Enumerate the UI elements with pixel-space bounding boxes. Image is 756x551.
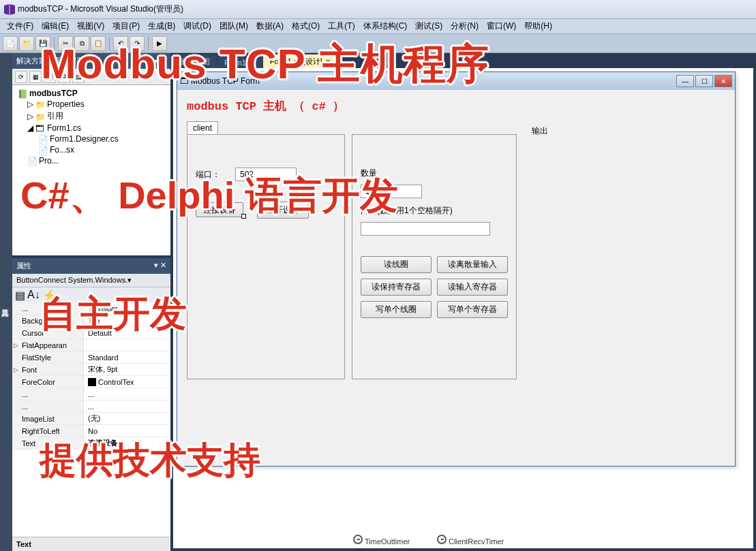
form-body: modbus TCP 主机 （ c# ） client 输出 端口： 连接设备 … [177,90,735,466]
file-icon: 📄 [38,146,48,154]
refresh-icon[interactable]: ⟳ [15,71,27,83]
port-input[interactable] [235,168,297,181]
prop-row[interactable]: RightToLeftNo [12,425,170,437]
prop-row[interactable]: Text连接设备 [12,437,170,450]
categorized-icon[interactable]: ▤ [15,289,25,302]
close-button[interactable]: ✕ [714,75,732,87]
properties-node[interactable]: ▷📁Properties [15,99,168,110]
content-input[interactable] [361,222,490,236]
tab-close-icon[interactable]: ✕ [325,58,331,65]
read-coil-button[interactable]: 读线圈 [361,256,432,273]
project-node[interactable]: 📗 modbusTCP [15,88,168,99]
menu-project[interactable]: 项目(P) [108,19,144,33]
window-titlebar: modbusTCP - Microsoft Visual Studio(管理员) [0,0,756,19]
csharp-icon: 📄 [38,135,48,143]
menu-debug[interactable]: 调试(D) [179,19,215,33]
designed-form[interactable]: 🗔 Modbus TCP Form — ☐ ✕ modbus TCP 主机 （ … [177,72,736,467]
close-icon[interactable]: ▾ ✕ [153,57,166,66]
write-register-button[interactable]: 写单个寄存器 [437,301,508,318]
editor-area: 资源视图 Form1.cs Form1.cs [设计]✕ 🗔 Modbus TC… [170,53,756,551]
prop-row[interactable]: FlatStyleStandard [12,351,170,364]
save-button[interactable]: 💾 [35,36,50,51]
folder-icon: 📁 [35,100,45,108]
read-holding-button[interactable]: 读保持寄存器 [361,279,432,296]
view-code-icon[interactable]: ⧉ [58,71,70,83]
menu-analyze[interactable]: 分析(N) [447,19,483,33]
menu-test[interactable]: 测试(S) [411,19,447,33]
open-button[interactable]: 📁 [19,36,34,51]
view-designer-icon[interactable]: ▤ [72,71,85,83]
properties-footer: Text [12,537,170,551]
new-button[interactable]: 📄 [3,36,18,51]
project-icon: 📗 [18,89,27,97]
read-discrete-button[interactable]: 读离散量输入 [437,256,508,273]
solution-explorer-title: 解决方案资源管理器 ▾ ✕ [12,53,170,69]
prop-row[interactable]: ▷Font宋体, 9pt [12,364,170,376]
tab-resource-view[interactable]: 资源视图 [173,54,217,68]
menu-format[interactable]: 格式(O) [288,19,324,33]
timeout-timer[interactable]: TimeOuttimer [353,535,410,546]
toolbar: 📄 📁 💾 ✂ ⧉ 📋 ↶ ↷ ▶ [0,34,756,53]
references-node[interactable]: ▷📁引用 [15,110,168,123]
properties-grid: ...Transpar... BackgroundIiTile CursorDe… [12,302,170,537]
tab-form1-design[interactable]: Form1.cs [设计]✕ [263,54,337,68]
resx-file-node[interactable]: 📄Fo...sx [15,144,168,155]
write-coil-button[interactable]: 写单个线圈 [361,301,432,318]
menu-build[interactable]: 生成(B) [144,19,179,33]
menu-file[interactable]: 文件(F) [3,19,37,33]
disconnect-button[interactable]: 断开设备 [257,202,309,219]
properties-toolbar: ▤ A↓ ⚡ [12,287,170,302]
prop-row[interactable]: ...... [12,388,170,400]
minimize-button[interactable]: — [676,75,694,87]
read-input-button[interactable]: 读输入寄存器 [437,279,508,296]
prop-row[interactable]: ...Transpar... [12,302,170,315]
events-icon[interactable]: ⚡ [42,289,56,302]
menu-arch[interactable]: 体系结构(C) [359,19,412,33]
menu-tools[interactable]: 工具(T) [324,19,359,33]
output-label: 输出 [532,125,548,137]
properties-header[interactable]: ButtonConnect System.Windows.▾ [12,274,170,287]
prop-row[interactable]: ForeColorControlTex [12,376,170,388]
paste-button[interactable]: 📋 [91,36,106,51]
form-icon: 🗔 [180,76,188,86]
alpha-icon[interactable]: A↓ [27,289,40,301]
menu-window[interactable]: 窗口(W) [483,19,520,33]
copy-button[interactable]: ⧉ [74,36,89,51]
designer-surface[interactable]: 🗔 Modbus TCP Form — ☐ ✕ modbus TCP 主机 （ … [173,68,753,548]
recv-timer[interactable]: ClientRecvTimer [437,535,504,546]
prop-row[interactable]: ImageList(无) [12,413,170,425]
menu-data[interactable]: 数据(A) [252,19,288,33]
timer-icon [353,535,363,544]
tab-form1-cs[interactable]: Form1.cs [217,57,262,68]
content-label: 内容(数据用1个空格隔开) [361,205,453,217]
operation-panel: 数量 内容(数据用1个空格隔开) 读线圈 读离散量输入 读保持寄存器 读输入寄存… [352,134,517,379]
redo-button[interactable]: ↷ [130,36,145,51]
client-tab[interactable]: client [187,121,218,135]
csharp-icon: 📄 [27,157,37,165]
prop-row[interactable]: BackgroundIiTile [12,315,170,327]
form-heading: modbus TCP 主机 （ c# ） [187,98,725,114]
menu-view[interactable]: 视图(V) [73,19,108,33]
menu-edit[interactable]: 编辑(E) [37,19,73,33]
form-icon: 🗔 [35,124,45,132]
show-all-icon[interactable]: ▦ [29,71,42,83]
maximize-button[interactable]: ☐ [695,75,713,87]
window-title: modbusTCP - Microsoft Visual Studio(管理员) [18,3,183,15]
connect-button[interactable]: 连接设备 [196,202,243,217]
prop-row[interactable]: CursorDefault [12,327,170,339]
run-button[interactable]: ▶ [152,36,167,51]
menu-team[interactable]: 团队(M) [215,19,252,33]
close-icon[interactable]: ▾ ✕ [154,261,166,271]
designer-file-node[interactable]: 📄Form1.Designer.cs [15,133,168,144]
prop-row[interactable]: ...... [12,400,170,413]
toolbox-tab[interactable]: 工具箱 [0,53,12,551]
prop-row[interactable]: ▷FlatAppearan [12,339,170,351]
timer-icon [437,535,447,544]
menu-help[interactable]: 帮助(H) [520,19,556,33]
undo-button[interactable]: ↶ [113,36,128,51]
properties-icon[interactable]: 📑 [44,71,56,83]
qty-input[interactable] [361,185,422,198]
cut-button[interactable]: ✂ [58,36,73,51]
program-node[interactable]: 📄Pro... [15,155,168,166]
form-node[interactable]: ◢🗔Form1.cs [15,123,168,133]
